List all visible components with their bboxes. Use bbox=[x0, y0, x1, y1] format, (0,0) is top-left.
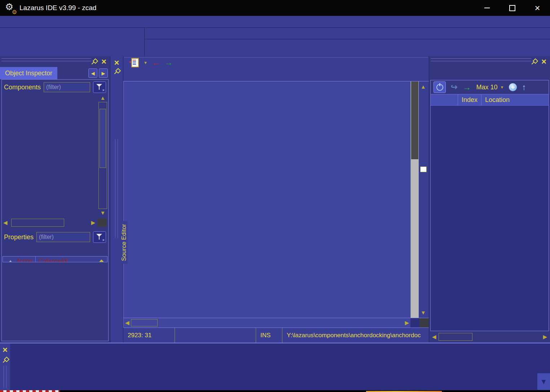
scroll-right-icon[interactable]: ▶ bbox=[405, 320, 409, 326]
panel-scroll-down-button[interactable]: ▼ bbox=[537, 373, 550, 390]
scroll-right-button[interactable]: ▶ bbox=[99, 68, 108, 78]
scrollbar-thumb[interactable] bbox=[439, 333, 472, 341]
scroll-right-icon[interactable]: ▶ bbox=[91, 219, 95, 226]
scroll-right-icon[interactable]: ▶ bbox=[543, 334, 547, 340]
max-depth-label: Max 10 bbox=[476, 84, 497, 91]
object-inspector-tab[interactable]: Object Inspector bbox=[0, 67, 57, 79]
close-icon: × bbox=[534, 3, 540, 13]
power-button[interactable] bbox=[434, 81, 446, 93]
messages-dock-header: × bbox=[0, 343, 10, 390]
pin-icon[interactable] bbox=[2, 357, 8, 363]
scroll-marks-column[interactable]: ▲ ▼ bbox=[419, 81, 429, 318]
property-row[interactable]: Action CollapseAll ◆ bbox=[3, 257, 107, 262]
main-toolbar bbox=[0, 28, 145, 56]
editor-status-bar: 2923: 31 INS Y:\lazarus\components\ancho… bbox=[123, 328, 429, 343]
property-grid-empty-area bbox=[2, 262, 108, 341]
status-blank bbox=[175, 328, 256, 343]
filter-button[interactable]: × bbox=[93, 231, 106, 243]
pin-icon[interactable] bbox=[91, 59, 97, 65]
components-filter-input[interactable] bbox=[44, 82, 90, 92]
scroll-up-icon[interactable]: ▲ bbox=[100, 95, 106, 101]
code-area[interactable] bbox=[124, 81, 410, 318]
call-stack-toolbar: ↪ → Max 10 ▼ + ↑ bbox=[430, 80, 549, 94]
debug-dock: × ↪ → Max 10 ▼ + ↑ Index Location bbox=[429, 56, 550, 343]
close-icon[interactable]: × bbox=[541, 58, 546, 65]
clear-filter-icon: × bbox=[102, 88, 105, 92]
minimize-button[interactable] bbox=[474, 0, 500, 16]
call-stack-header: Index Location bbox=[430, 94, 549, 106]
dock-grab-handle[interactable] bbox=[124, 57, 428, 59]
dock-grab-handle[interactable] bbox=[1, 58, 91, 61]
dock-grab-handle[interactable] bbox=[4, 366, 6, 388]
sort-diamond-icon: ◆ bbox=[99, 258, 104, 262]
background-app-sliver bbox=[0, 390, 60, 392]
scrollbar-thumb[interactable] bbox=[131, 319, 158, 326]
breakpoint-column bbox=[431, 94, 458, 105]
lazarus-ide-window: ⚙⚙ Lazarus IDE v3.99 - zcad × × Ob bbox=[0, 0, 550, 392]
scrollbar-thumb[interactable] bbox=[100, 109, 106, 168]
close-icon[interactable]: × bbox=[3, 346, 8, 353]
properties-filter-input[interactable] bbox=[36, 232, 90, 242]
tree-horizontal-scrollbar[interactable]: ◀ ▶ bbox=[2, 217, 108, 228]
jump-back-icon[interactable]: ← bbox=[152, 58, 160, 67]
scroll-up-icon[interactable]: ▲ bbox=[421, 84, 426, 90]
property-name: Action bbox=[17, 258, 32, 262]
caret-position-mark bbox=[420, 166, 427, 172]
background-strip bbox=[0, 390, 550, 392]
location-column-header[interactable]: Location bbox=[481, 94, 549, 105]
close-icon[interactable]: × bbox=[101, 58, 106, 65]
unit-selector-icon[interactable] bbox=[131, 58, 139, 67]
file-path: Y:\lazarus\components\anchordocking\anch… bbox=[282, 328, 429, 343]
horizontal-scrollbar[interactable]: ◀ ▶ bbox=[429, 331, 550, 343]
dock-grab-handle[interactable] bbox=[115, 139, 118, 238]
property-grid: Action CollapseAll ◆ bbox=[3, 256, 107, 262]
components-tree: ▲ ▼ bbox=[3, 95, 107, 217]
source-editor-dock-header: × Source Editor bbox=[110, 56, 123, 343]
index-column-header[interactable]: Index bbox=[458, 94, 481, 105]
pin-icon[interactable] bbox=[531, 59, 537, 65]
components-label: Components bbox=[4, 84, 41, 91]
up-arrow-icon[interactable]: ↑ bbox=[522, 83, 526, 92]
vertical-scrollbar[interactable] bbox=[410, 81, 419, 318]
funnel-icon bbox=[96, 234, 102, 237]
menu-bar bbox=[0, 16, 550, 27]
horizontal-scrollbar[interactable]: ◀ ▶ bbox=[124, 318, 410, 328]
scroll-down-icon[interactable]: ▼ bbox=[100, 210, 106, 216]
more-frames-icon[interactable]: + bbox=[509, 83, 517, 91]
maximize-button[interactable] bbox=[500, 0, 525, 16]
call-stack-list[interactable] bbox=[430, 106, 549, 331]
scroll-left-button[interactable]: ◀ bbox=[88, 68, 97, 78]
dock-grab-handle[interactable] bbox=[431, 58, 531, 61]
scrollbar-corner bbox=[97, 218, 107, 227]
jump-forward-icon[interactable]: → bbox=[164, 58, 173, 67]
messages-dock: × bbox=[0, 343, 550, 390]
scrollbar-thumb[interactable] bbox=[11, 219, 64, 227]
funnel-icon bbox=[96, 84, 102, 87]
scrollbar-corner bbox=[410, 318, 429, 328]
scrollbar-thumb[interactable] bbox=[411, 81, 418, 159]
chevron-down-icon[interactable]: ▼ bbox=[144, 61, 148, 65]
chevron-down-icon: ▼ bbox=[500, 85, 504, 89]
title-bar: ⚙⚙ Lazarus IDE v3.99 - zcad × bbox=[0, 0, 550, 16]
scroll-left-icon[interactable]: ◀ bbox=[432, 334, 436, 340]
toolbar-zone bbox=[0, 27, 550, 56]
goto-frame-icon[interactable]: → bbox=[462, 82, 471, 92]
source-editor: ▼ ← → ▲ ▼ ◀ ▶ bbox=[123, 56, 429, 343]
show-current-icon[interactable]: ↪ bbox=[451, 83, 457, 92]
scroll-left-icon[interactable]: ◀ bbox=[125, 320, 129, 326]
maximize-icon bbox=[509, 5, 515, 11]
property-value: CollapseAll bbox=[39, 258, 67, 262]
object-inspector-dock: × Object Inspector ◀ ▶ Components × bbox=[0, 56, 110, 343]
properties-label: Properties bbox=[4, 233, 34, 241]
close-icon[interactable]: × bbox=[114, 59, 119, 66]
pin-icon[interactable] bbox=[114, 68, 120, 75]
scroll-left-icon[interactable]: ◀ bbox=[3, 219, 8, 226]
filter-button[interactable]: × bbox=[93, 81, 106, 93]
app-icon: ⚙⚙ bbox=[5, 3, 16, 13]
scroll-down-icon[interactable]: ▼ bbox=[421, 309, 426, 316]
max-depth-dropdown[interactable]: Max 10 ▼ bbox=[476, 84, 504, 91]
close-button[interactable]: × bbox=[525, 0, 550, 16]
minimize-icon bbox=[484, 8, 490, 8]
messages-content[interactable] bbox=[10, 343, 550, 390]
tree-scrollbar[interactable]: ▲ ▼ bbox=[98, 95, 107, 216]
